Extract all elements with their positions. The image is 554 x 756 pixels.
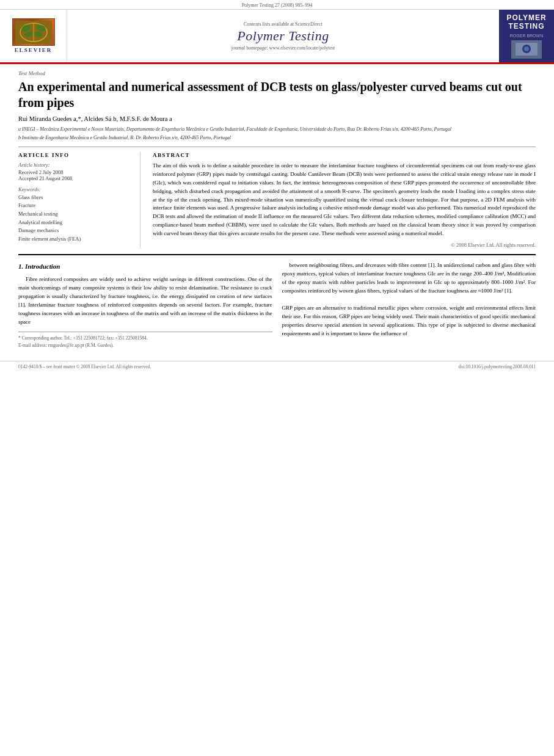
- brand-subtitle: ROGER BROWN: [510, 34, 543, 38]
- sciencedirect-line: Contents lists available at ScienceDirec…: [244, 21, 323, 27]
- elsevier-logo: ELSEVIER: [12, 18, 55, 53]
- authors-line: Rui Miranda Guedes a,*, Alcides Sá b, M.…: [18, 115, 536, 122]
- article-info-col: ARTICLE INFO Article history: Received 2…: [18, 152, 140, 248]
- keyword-1: Fracture: [18, 202, 133, 210]
- received-date: Received 2 July 2008: [18, 169, 133, 175]
- divider-thick: [18, 254, 536, 255]
- article-title: An experimental and numerical assessment…: [18, 79, 536, 111]
- keyword-0: Glass fibres: [18, 194, 133, 202]
- article-history: Article history: Received 2 July 2008 Ac…: [18, 162, 133, 181]
- keyword-5: Finite element analysis (FEA): [18, 235, 133, 244]
- keyword-4: Damage mechanics: [18, 227, 133, 235]
- intro-right-col: between neighbouring fibres, and decreas…: [282, 261, 536, 349]
- intro-para-right: between neighbouring fibres, and decreas…: [282, 261, 536, 338]
- info-abstract-section: ARTICLE INFO Article history: Received 2…: [18, 152, 536, 248]
- svg-point-9: [524, 46, 529, 51]
- abstract-title: ABSTRACT: [153, 152, 536, 158]
- brand-title: POLYMERTESTING: [506, 13, 546, 31]
- journal-citation: Polymer Testing 27 (2008) 985–994: [242, 2, 313, 8]
- keywords-label: Keywords:: [18, 186, 133, 192]
- footer-bar: 0142-9418/$ – see front matter © 2008 El…: [0, 361, 554, 372]
- footer-left: 0142-9418/$ – see front matter © 2008 El…: [18, 364, 151, 369]
- history-label: Article history:: [18, 162, 133, 168]
- abstract-col: ABSTRACT The aim of this work is to defi…: [153, 152, 536, 248]
- article-wrapper: Test Method An experimental and numerica…: [0, 64, 554, 355]
- elsevier-wordmark: ELSEVIER: [15, 47, 53, 53]
- polymer-testing-brand: POLYMERTESTING ROGER BROWN: [499, 10, 554, 62]
- abstract-text: The aim of this work is to define a suit…: [153, 162, 536, 238]
- elsevier-logo-block: ELSEVIER: [0, 10, 67, 62]
- brand-logo-placeholder: [511, 40, 542, 59]
- copyright-line: © 2008 Elsevier Ltd. All rights reserved…: [153, 242, 536, 248]
- journal-title-banner: Polymer Testing: [237, 28, 329, 44]
- banner-center: Contents lists available at ScienceDirec…: [67, 10, 499, 62]
- divider-1: [18, 147, 536, 147]
- journal-banner: ELSEVIER Contents lists available at Sci…: [0, 10, 554, 64]
- footer-right: doi:10.1016/j.polymertesting.2008.08.011: [459, 364, 536, 369]
- footnote: * Corresponding author. Tel.: +351 22508…: [18, 332, 272, 349]
- section-tag: Test Method: [18, 70, 536, 76]
- intro-heading: 1. Introduction: [18, 261, 272, 272]
- journal-homepage: journal homepage: www.elsevier.com/locat…: [231, 45, 335, 51]
- authors-text: Rui Miranda Guedes a,*, Alcides Sá b, M.…: [18, 115, 172, 122]
- keyword-2: Mechanical testing: [18, 210, 133, 219]
- intro-para-left: Fibre reinforced composites are widely u…: [18, 275, 272, 327]
- accepted-date: Accepted 21 August 2008: [18, 175, 133, 181]
- affiliation-a: a INEGI – Mecânica Experimental e Novos …: [18, 126, 536, 133]
- elsevier-tree-logo: [12, 18, 55, 46]
- introduction-section: 1. Introduction Fibre reinforced composi…: [18, 261, 536, 349]
- keyword-3: Analytical modelling: [18, 219, 133, 227]
- keywords-section: Keywords: Glass fibres Fracture Mechanic…: [18, 186, 133, 244]
- footnote-text: * Corresponding author. Tel.: +351 22508…: [18, 335, 272, 349]
- article-info-title: ARTICLE INFO: [18, 152, 133, 158]
- intro-left-col: 1. Introduction Fibre reinforced composi…: [18, 261, 272, 349]
- top-bar: Polymer Testing 27 (2008) 985–994: [0, 0, 554, 10]
- affiliation-b: b Instituto de Engenharia Mecânica e Ges…: [18, 134, 536, 142]
